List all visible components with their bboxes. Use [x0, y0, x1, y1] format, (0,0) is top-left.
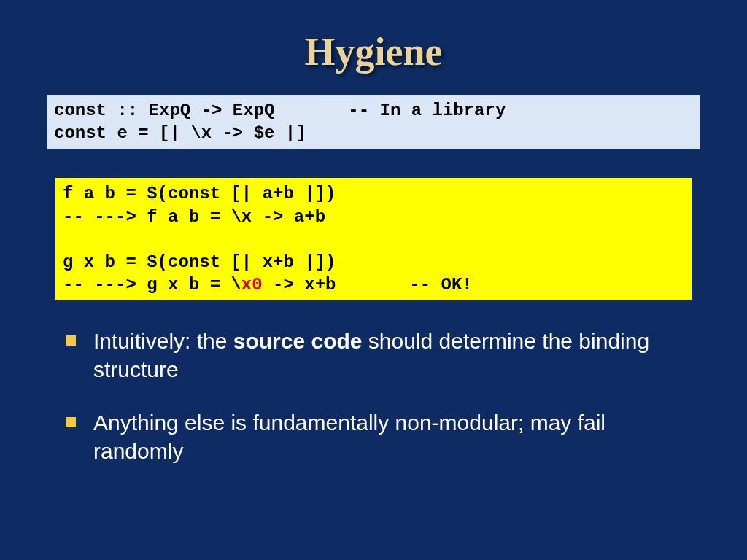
- code-block-library: const :: ExpQ -> ExpQ -- In a library co…: [47, 95, 700, 149]
- bullet-item: Intuitively: the source code should dete…: [73, 327, 703, 384]
- code-line: -> x+b -- OK!: [263, 275, 473, 295]
- slide-title: Hygiene: [44, 29, 703, 74]
- code-line: -- ---> g x b = \: [63, 275, 241, 295]
- code-line: -- ---> f a b = \x -> a+b: [63, 207, 325, 227]
- code-line: f a b = $(const [| a+b |]): [63, 184, 336, 203]
- bullet-list: Intuitively: the source code should dete…: [44, 327, 703, 465]
- code-line: g x b = $(const [| x+b |]): [63, 252, 336, 272]
- bullet-item: Anything else is fundamentally non-modul…: [73, 408, 703, 465]
- bullet-text: Anything else is fundamentally non-modul…: [93, 411, 605, 463]
- bullet-text: Intuitively: the: [93, 329, 233, 353]
- code-block-example: f a b = $(const [| a+b |]) -- ---> f a b…: [55, 178, 692, 300]
- code-line-blank: [63, 230, 73, 249]
- code-highlight: x0: [241, 275, 263, 295]
- bullet-bold: source code: [233, 329, 363, 353]
